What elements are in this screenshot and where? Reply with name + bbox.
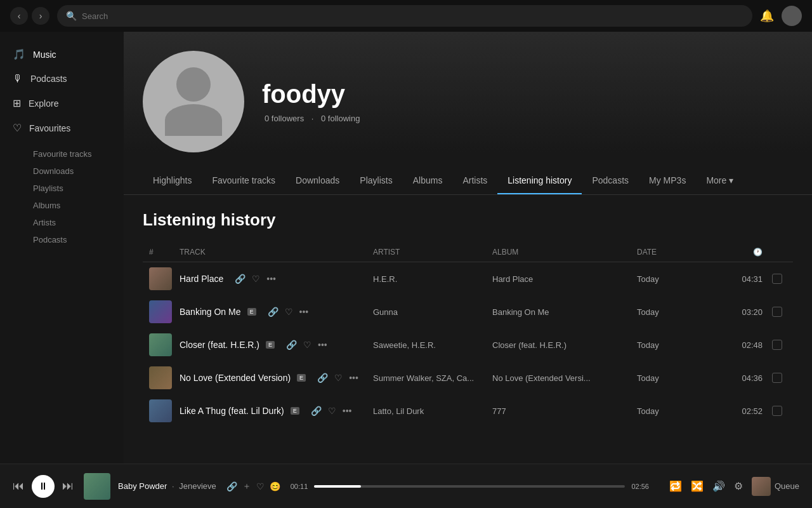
heart-icon[interactable]: ♡ xyxy=(328,406,336,416)
following-count: 0 following xyxy=(321,114,360,123)
tab-albums[interactable]: Albums xyxy=(403,168,453,194)
track-table: # TRACK ARTIST ALBUM DATE 🕐 Hard Plac xyxy=(143,243,793,427)
heart-icon[interactable]: ♡ xyxy=(252,274,260,284)
track-checkbox-cell xyxy=(768,406,787,416)
heart-icon[interactable]: ♡ xyxy=(334,373,343,383)
skip-forward-button[interactable]: ⏭ xyxy=(62,479,74,493)
table-row[interactable]: Hard Place 🔗 ♡ ••• H.E.R. Hard Place Tod… xyxy=(143,262,793,295)
search-icon: 🔍 xyxy=(66,11,77,21)
tab-podcasts[interactable]: Podcasts xyxy=(582,168,639,194)
skip-back-button[interactable]: ⏮ xyxy=(13,479,24,493)
sidebar-sub-artists[interactable]: Artists xyxy=(0,214,124,231)
track-date: Today xyxy=(637,274,713,284)
link-icon[interactable]: 🔗 xyxy=(286,340,297,350)
track-title: No Love (Extended Version) xyxy=(180,373,291,383)
shuffle-icon[interactable]: 🔀 xyxy=(691,480,704,492)
sidebar-sub-favourite-tracks[interactable]: Favourite tracks xyxy=(0,145,124,163)
notifications-icon[interactable]: 🔔 xyxy=(760,9,774,23)
track-date: Today xyxy=(637,340,713,350)
track-checkbox[interactable] xyxy=(772,274,782,284)
sidebar-sub-albums[interactable]: Albums xyxy=(0,197,124,214)
player-add-icon[interactable]: ＋ xyxy=(242,481,251,492)
explicit-badge: E xyxy=(266,341,275,349)
profile-header: foodyy 0 followers · 0 following xyxy=(124,32,812,152)
tab-more[interactable]: More ▾ xyxy=(696,168,743,194)
sidebar-label-podcasts: Podcasts xyxy=(30,74,67,84)
more-options-icon[interactable]: ••• xyxy=(343,406,352,416)
time-total: 02:56 xyxy=(631,483,649,490)
track-album: Closer (feat. H.E.R.) xyxy=(492,340,632,350)
tab-downloads[interactable]: Downloads xyxy=(285,168,350,194)
table-row[interactable]: Closer (feat. H.E.R.) E 🔗 ♡ ••• Saweetie… xyxy=(143,328,793,361)
progress-track[interactable] xyxy=(314,485,625,488)
table-row[interactable]: Banking On Me E 🔗 ♡ ••• Gunna Banking On… xyxy=(143,295,793,328)
track-artist: Saweetie, H.E.R. xyxy=(373,340,487,350)
repeat-icon[interactable]: 🔁 xyxy=(669,480,682,492)
clock-icon: 🕐 xyxy=(753,248,763,257)
sidebar-label-favourites: Favourites xyxy=(29,123,70,133)
sidebar-item-music[interactable]: 🎵 Music xyxy=(0,42,124,67)
search-input[interactable] xyxy=(82,11,743,21)
heart-icon[interactable]: ♡ xyxy=(285,307,293,317)
tab-highlights[interactable]: Highlights xyxy=(143,168,202,194)
track-date: Today xyxy=(637,307,713,317)
explicit-badge: E xyxy=(247,308,256,316)
player-track-thumbnail xyxy=(84,473,110,500)
more-options-icon[interactable]: ••• xyxy=(349,373,358,383)
table-row[interactable]: Like A Thug (feat. Lil Durk) E 🔗 ♡ ••• L… xyxy=(143,394,793,427)
track-actions: 🔗 ♡ ••• xyxy=(286,340,327,350)
track-artist: H.E.R. xyxy=(373,274,487,284)
track-checkbox[interactable] xyxy=(772,406,782,416)
heart-icon[interactable]: ♡ xyxy=(303,340,311,350)
track-checkbox[interactable] xyxy=(772,340,782,350)
tab-my-mp3s[interactable]: My MP3s xyxy=(639,168,696,194)
tab-playlists[interactable]: Playlists xyxy=(350,168,402,194)
search-bar[interactable]: 🔍 xyxy=(57,5,752,27)
sidebar-sub-playlists[interactable]: Playlists xyxy=(0,180,124,197)
track-album: 777 xyxy=(492,406,632,416)
tab-artists[interactable]: Artists xyxy=(452,168,497,194)
track-artist: Summer Walker, SZA, Ca... xyxy=(373,373,487,383)
podcasts-icon: 🎙 xyxy=(13,73,23,84)
nav-forward-button[interactable]: › xyxy=(32,7,49,25)
sidebar-item-favourites[interactable]: ♡ Favourites xyxy=(0,116,124,140)
player-emoji-icon[interactable]: 😊 xyxy=(270,481,280,491)
profile-tabs: Highlights Favourite tracks Downloads Pl… xyxy=(124,168,812,195)
tab-listening-history[interactable]: Listening history xyxy=(497,168,582,194)
sidebar-item-explore[interactable]: ⊞ Explore xyxy=(0,91,124,116)
player-bar: ⏮ ⏸ ⏭ Baby Powder · Jenevieve 🔗 ＋ ♡ 😊 00… xyxy=(0,464,812,508)
track-actions: 🔗 ♡ ••• xyxy=(268,307,309,317)
volume-icon[interactable]: 🔊 xyxy=(712,480,725,492)
col-header-track: TRACK xyxy=(180,248,368,257)
equalizer-icon[interactable]: ⚙ xyxy=(734,480,743,492)
link-icon[interactable]: 🔗 xyxy=(311,406,322,416)
track-date: Today xyxy=(637,373,713,383)
nav-back-button[interactable]: ‹ xyxy=(10,7,28,25)
track-checkbox[interactable] xyxy=(772,373,782,383)
more-options-icon[interactable]: ••• xyxy=(299,307,309,317)
track-thumbnail xyxy=(149,333,172,356)
more-options-icon[interactable]: ••• xyxy=(266,274,276,284)
table-row[interactable]: No Love (Extended Version) E 🔗 ♡ ••• Sum… xyxy=(143,361,793,394)
link-icon[interactable]: 🔗 xyxy=(268,307,278,317)
link-icon[interactable]: 🔗 xyxy=(317,373,328,383)
track-checkbox[interactable] xyxy=(772,307,782,317)
sidebar-sub-podcasts[interactable]: Podcasts xyxy=(0,231,124,248)
track-album: Hard Place xyxy=(492,274,632,284)
queue-thumbnail xyxy=(752,477,771,496)
tab-favourite-tracks[interactable]: Favourite tracks xyxy=(202,168,285,194)
queue-section[interactable]: Queue xyxy=(752,477,799,496)
user-avatar[interactable] xyxy=(782,6,802,26)
pause-button[interactable]: ⏸ xyxy=(32,475,55,498)
more-options-icon[interactable]: ••• xyxy=(318,340,327,350)
track-duration: 02:48 xyxy=(718,340,763,350)
player-track-info: Baby Powder · Jenevieve 🔗 ＋ ♡ 😊 xyxy=(84,473,280,500)
time-current: 00:11 xyxy=(291,483,308,490)
track-thumbnail xyxy=(149,366,172,389)
player-heart-icon[interactable]: ♡ xyxy=(256,481,265,491)
player-link-icon[interactable]: 🔗 xyxy=(226,481,237,491)
track-date: Today xyxy=(637,406,713,416)
sidebar-sub-downloads[interactable]: Downloads xyxy=(0,163,124,180)
link-icon[interactable]: 🔗 xyxy=(235,274,246,284)
sidebar-item-podcasts[interactable]: 🎙 Podcasts xyxy=(0,67,124,91)
